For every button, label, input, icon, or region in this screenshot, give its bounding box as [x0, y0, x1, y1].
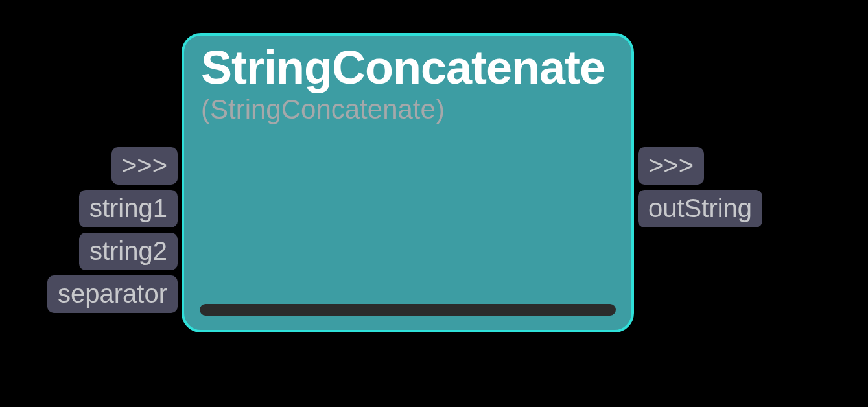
input-port-string1[interactable]: string1 [79, 190, 178, 227]
node-bottom-bar [200, 304, 616, 316]
input-port-exec[interactable]: >>> [111, 147, 178, 185]
node-subtitle: (StringConcatenate) [201, 94, 615, 125]
node-title: StringConcatenate [201, 43, 615, 93]
output-port-outstring[interactable]: outString [638, 190, 762, 227]
input-port-separator[interactable]: separator [47, 275, 178, 313]
input-port-string2[interactable]: string2 [79, 233, 178, 270]
output-port-exec[interactable]: >>> [638, 147, 704, 185]
node-body[interactable]: StringConcatenate (StringConcatenate) [182, 33, 634, 332]
